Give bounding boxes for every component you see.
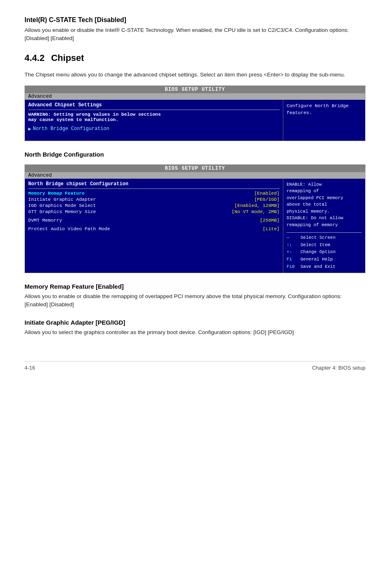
- north-bridge-title: North Bridge Configuration: [25, 151, 365, 158]
- row-value: [No VT mode, 2MB]: [232, 209, 280, 214]
- key-row: ↔Select Screen: [287, 234, 362, 242]
- page-footer: 4-16 Chapter 4: BIOS setup: [25, 361, 365, 371]
- right-line: ENABLE: Allow: [287, 181, 362, 188]
- chipset-bios-menu-item-label: North Bridge Configuration: [33, 126, 109, 132]
- chipset-bios-menu: Advanced: [25, 93, 365, 100]
- right-line: remapping of memory: [287, 222, 362, 229]
- north-bridge-key-list: ↔Select Screen↑↓Select Item+-Change Opti…: [287, 234, 362, 270]
- chipset-bios-right: Configure North Bridge features.: [283, 100, 365, 141]
- row-label: IGD Graphics Mode Select: [28, 203, 96, 208]
- right-line: overlapped PCI memory: [287, 195, 362, 202]
- north-bridge-bios-content: North Bridge chipset Configuration Memor…: [25, 179, 365, 273]
- row-value: [Enabled]: [254, 191, 280, 196]
- north-bridge-section-header: North Bridge chipset Configuration: [28, 181, 280, 187]
- row-label: GTT Graphics Memory Size: [28, 209, 96, 214]
- chipset-heading-label: Chipset: [51, 53, 84, 63]
- chipset-bios-box: BIOS SETUP UTILITY Advanced Advanced Chi…: [25, 85, 365, 141]
- chipset-section: 4.4.2 Chipset The Chipset menu allows yo…: [25, 53, 365, 141]
- north-bridge-rows: Memory Remap Feature[Enabled]Initiate Gr…: [28, 191, 280, 231]
- key-sym: F10: [287, 263, 298, 271]
- key-row: ↑↓Select Item: [287, 242, 362, 249]
- chipset-bios-menu-item: ▶ North Bridge Configuration: [28, 126, 280, 132]
- row-label: Memory Remap Feature: [28, 191, 85, 196]
- initiate-graphic-title: Initiate Graphic Adapter [PEG/IGD]: [25, 319, 365, 326]
- row-value: [Enabled, 128MB]: [235, 203, 280, 208]
- north-bridge-bios-menu: Advanced: [25, 172, 365, 179]
- north-bridge-row: Protect Audio Video Path Mode[Lite]: [28, 226, 280, 231]
- key-sym: +-: [287, 249, 298, 256]
- north-bridge-row: IGD Graphics Mode Select[Enabled, 128MB]: [28, 203, 280, 208]
- chipset-heading-number: 4.4.2: [25, 53, 45, 63]
- north-bridge-row: DVMT Memorry[256MB]: [28, 218, 280, 223]
- key-desc: Save and Exit: [300, 263, 336, 271]
- key-desc: Change Option: [300, 249, 336, 256]
- footer-left: 4-16: [25, 365, 35, 371]
- chipset-bios-warning: WARNING: Setting wrong values in below s…: [28, 112, 280, 122]
- right-line: DISABLE: Do not allow: [287, 215, 362, 222]
- north-bridge-bios-box: BIOS SETUP UTILITY Advanced North Bridge…: [25, 164, 365, 273]
- memory-remap-description: Allows you to enable or disable the rema…: [25, 292, 365, 309]
- north-bridge-row: Initiate Graphic Adapter[PEG/IGD]: [28, 197, 280, 202]
- north-bridge-bios-title: BIOS SETUP UTILITY: [25, 165, 365, 172]
- initiate-graphic-description: Allows you to select the graphics contro…: [25, 328, 365, 337]
- row-value: [256MB]: [260, 218, 280, 223]
- north-bridge-bios-right: ENABLE: Allowremapping ofoverlapped PCI …: [283, 179, 365, 273]
- north-bridge-row: GTT Graphics Memory Size[No VT mode, 2MB…: [28, 209, 280, 214]
- chipset-bios-divider: [28, 110, 280, 110]
- key-desc: General Help: [300, 256, 333, 263]
- chipset-bios-section-header: Advanced Chipset Settings: [28, 102, 280, 108]
- north-bridge-bios-left: North Bridge chipset Configuration Memor…: [25, 179, 283, 273]
- key-sym: ↔: [287, 234, 298, 242]
- initiate-graphic-section: Initiate Graphic Adapter [PEG/IGD] Allow…: [25, 319, 365, 337]
- north-bridge-bios-menu-label: Advanced: [28, 173, 52, 178]
- right-line: above the total: [287, 201, 362, 208]
- key-desc: Select Item: [300, 242, 330, 249]
- memory-remap-title: Memory Remap Feature [Enabled]: [25, 283, 365, 290]
- key-sym: ↑↓: [287, 242, 298, 249]
- key-row: +-Change Option: [287, 249, 362, 256]
- right-line: remapping of: [287, 188, 362, 195]
- chipset-warning-line1: WARNING: Setting wrong values in below s…: [28, 112, 280, 117]
- row-value: [Lite]: [263, 226, 280, 231]
- key-row: F10Save and Exit: [287, 263, 362, 271]
- chipset-bios-left: Advanced Chipset Settings WARNING: Setti…: [25, 100, 283, 141]
- north-bridge-right-divider: [287, 232, 362, 233]
- right-line: physical memory.: [287, 208, 362, 215]
- memory-remap-section: Memory Remap Feature [Enabled] Allows yo…: [25, 283, 365, 309]
- chipset-bios-menu-label: Advanced: [28, 94, 52, 99]
- chipset-arrow-icon: ▶: [28, 126, 31, 132]
- key-sym: F1: [287, 256, 298, 263]
- row-label: Protect Audio Video Path Mode: [28, 226, 110, 231]
- north-bridge-row: Memory Remap Feature[Enabled]: [28, 191, 280, 196]
- chipset-warning-line2: may cause system to malfunction.: [28, 117, 280, 122]
- chipset-bios-content: Advanced Chipset Settings WARNING: Setti…: [25, 100, 365, 141]
- chipset-description: The Chipset menu allows you to change th…: [25, 71, 365, 79]
- chipset-bios-right-text: Configure North Bridge features.: [287, 103, 349, 115]
- intel-cstate-description: Allows you enable or disable the Intel® …: [25, 26, 365, 43]
- row-label: DVMT Memorry: [28, 218, 62, 223]
- north-bridge-section: North Bridge Configuration BIOS SETUP UT…: [25, 151, 365, 273]
- north-bridge-right-lines: ENABLE: Allowremapping ofoverlapped PCI …: [287, 181, 362, 229]
- key-row: F1General Help: [287, 256, 362, 263]
- intel-cstate-section: Intel(R) C-STATE Tech [Disabled] Allows …: [25, 16, 365, 43]
- intel-cstate-title: Intel(R) C-STATE Tech [Disabled]: [25, 16, 365, 24]
- footer-right: Chapter 4: BIOS setup: [312, 365, 365, 371]
- row-label: Initiate Graphic Adapter: [28, 197, 96, 202]
- key-desc: Select Screen: [300, 234, 336, 242]
- north-bridge-divider: [28, 189, 280, 189]
- row-value: [PEG/IGD]: [254, 197, 280, 202]
- chipset-bios-title: BIOS SETUP UTILITY: [25, 86, 365, 93]
